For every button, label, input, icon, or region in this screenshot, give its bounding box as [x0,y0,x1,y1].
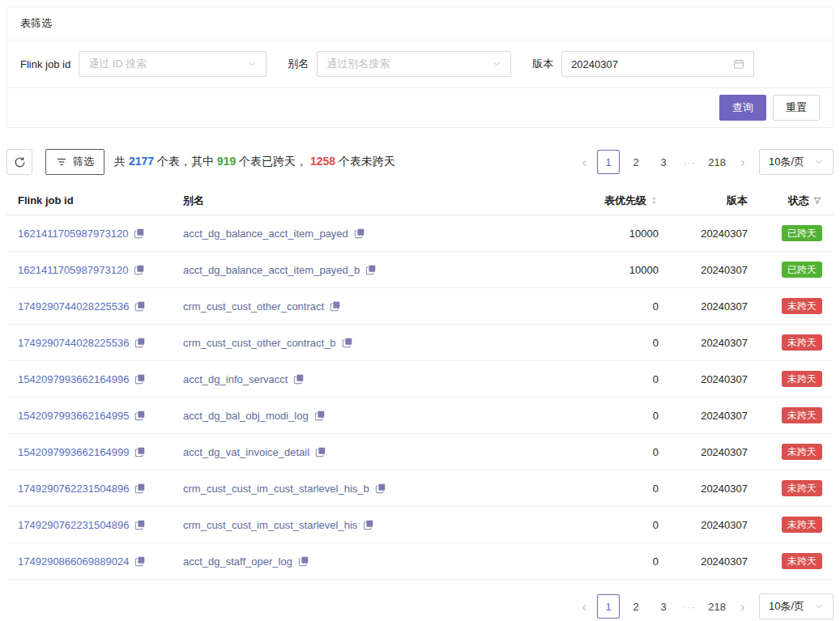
flink-job-id-link[interactable]: 1542097993662164995 [18,410,129,422]
page-button-218[interactable]: 218 [704,594,730,619]
alias-link[interactable]: acct_dg_bal_obj_modi_log [183,410,309,422]
filter-funnel-icon[interactable] [812,196,822,206]
next-page-button[interactable]: › [735,594,751,619]
query-button[interactable]: 查询 [719,95,766,121]
copy-icon[interactable] [134,410,146,421]
sort-icon[interactable] [650,196,659,205]
copy-icon[interactable] [293,373,305,385]
field-version: 版本 20240307 [532,51,754,77]
version-cell: 20240307 [659,228,748,240]
summary-mid2: 个表已跨天， [236,155,310,168]
pagination-bottom: ‹123···218› [576,594,751,619]
table-header: Flink job id 别名 表优先级 版本 状态 [6,186,834,215]
copy-icon[interactable] [363,519,374,530]
copy-icon[interactable] [134,300,146,312]
copy-icon[interactable] [134,555,146,567]
flink-job-id-link[interactable]: 1621411705987973120 [18,264,128,276]
table-row: 1749290744028225536crm_cust_cust_other_c… [6,288,834,325]
flink-job-id-label: Flink job id [20,58,70,70]
col-header-alias: 别名 [177,194,561,208]
priority-cell: 0 [561,519,659,531]
copy-icon[interactable] [134,373,146,385]
col-header-flink-job-id: Flink job id [18,194,177,206]
version-label: 版本 [532,57,553,71]
page-size-select-top[interactable]: 10条/页 [759,149,834,175]
alias-link[interactable]: acct_dg_vat_invoice_detail [183,446,309,458]
alias-link[interactable]: crm_cust_cust_im_cust_starlevel_his_b [183,483,369,495]
status-badge: 已跨天 [782,262,822,278]
copy-icon[interactable] [134,519,146,530]
page-button-3[interactable]: 3 [652,150,675,174]
version-cell: 20240307 [659,264,748,276]
col-header-status[interactable]: 状态 [748,194,822,208]
copy-icon[interactable] [134,337,146,348]
page-size-select-bottom[interactable]: 10条/页 [759,593,834,619]
flink-job-id-link[interactable]: 1749290866069889024 [18,555,129,568]
status-badge: 未跨天 [782,444,822,460]
version-date-input[interactable]: 20240307 [561,51,754,77]
col-header-priority[interactable]: 表优先级 [561,194,659,208]
alias-link[interactable]: crm_cust_cust_other_contract [183,300,324,313]
filter-card-title: 表筛选 [7,7,833,40]
flink-job-id-link[interactable]: 1749290762231504896 [18,483,129,495]
version-cell: 20240307 [659,483,748,495]
version-cell: 20240307 [659,410,748,422]
alias-link[interactable]: acct_dg_staff_oper_log [183,555,292,568]
reset-button[interactable]: 重置 [773,95,820,121]
refresh-button[interactable] [6,149,32,175]
page-button-2[interactable]: 2 [625,594,647,619]
copy-icon[interactable] [365,264,377,275]
flink-job-id-link[interactable]: 1621411705987973120 [18,228,128,240]
summary-total-count: 2177 [129,155,154,168]
page-button-2[interactable]: 2 [625,150,647,174]
table-row: 1542097993662164996acct_dg_info_servacct… [6,361,834,398]
alias-link[interactable]: acct_dg_info_servacct [183,373,288,385]
copy-icon[interactable] [330,300,341,312]
copy-icon[interactable] [134,483,146,494]
table-row: 1749290744028225536crm_cust_cust_other_c… [6,325,834,361]
flink-job-id-link[interactable]: 1542097993662164996 [18,373,129,385]
flink-job-id-link[interactable]: 1749290762231504896 [18,519,129,531]
summary-crossed-count: 919 [217,155,236,168]
priority-cell: 0 [561,555,659,568]
copy-icon[interactable] [134,228,145,239]
flink-job-id-link[interactable]: 1749290744028225536 [18,300,129,313]
alias-link[interactable]: crm_cust_cust_im_cust_starlevel_his [183,519,357,531]
page-button-3[interactable]: 3 [652,594,675,619]
flink-job-id-link[interactable]: 1542097993662164999 [18,446,129,458]
calendar-icon [733,58,744,70]
field-alias: 别名 通过别名搜索 [288,51,511,77]
next-page-button[interactable]: › [735,150,751,174]
prev-page-button[interactable]: ‹ [576,594,592,619]
chevron-down-icon [492,59,501,69]
copy-icon[interactable] [375,483,386,494]
version-cell: 20240307 [659,337,748,349]
alias-placeholder: 通过别名搜索 [326,57,390,71]
filter-actions: 查询 重置 [7,88,833,127]
flink-job-id-link[interactable]: 1749290744028225536 [18,337,129,349]
copy-icon[interactable] [354,228,365,239]
copy-icon[interactable] [134,446,146,457]
priority-cell: 0 [561,337,659,349]
summary-text: 共 2177 个表，其中 919 个表已跨天， 1258 个表未跨天 [114,155,395,169]
alias-link[interactable]: acct_dg_balance_acct_item_payed_b [183,264,360,276]
page-button-218[interactable]: 218 [704,150,730,174]
prev-page-button[interactable]: ‹ [576,150,592,174]
alias-link[interactable]: acct_dg_balance_acct_item_payed [183,228,348,240]
filter-row: Flink job id 通过 ID 搜索 别名 通过别名搜索 [7,40,833,87]
filter-toggle-button[interactable]: 筛选 [45,149,104,175]
copy-icon[interactable] [298,555,309,567]
copy-icon[interactable] [314,410,326,421]
copy-icon[interactable] [134,264,145,275]
col-header-status-label: 状态 [788,194,809,208]
status-badge: 未跨天 [782,553,822,569]
alias-select[interactable]: 通过别名搜索 [317,51,511,77]
copy-icon[interactable] [342,337,353,348]
flink-job-id-select[interactable]: 通过 ID 搜索 [79,51,266,77]
page-button-1[interactable]: 1 [597,150,620,174]
copy-icon[interactable] [315,446,326,457]
alias-link[interactable]: crm_cust_cust_other_contract_b [183,337,336,349]
chevron-down-icon [247,59,257,69]
status-badge: 未跨天 [782,480,822,496]
page-button-1[interactable]: 1 [597,594,620,619]
